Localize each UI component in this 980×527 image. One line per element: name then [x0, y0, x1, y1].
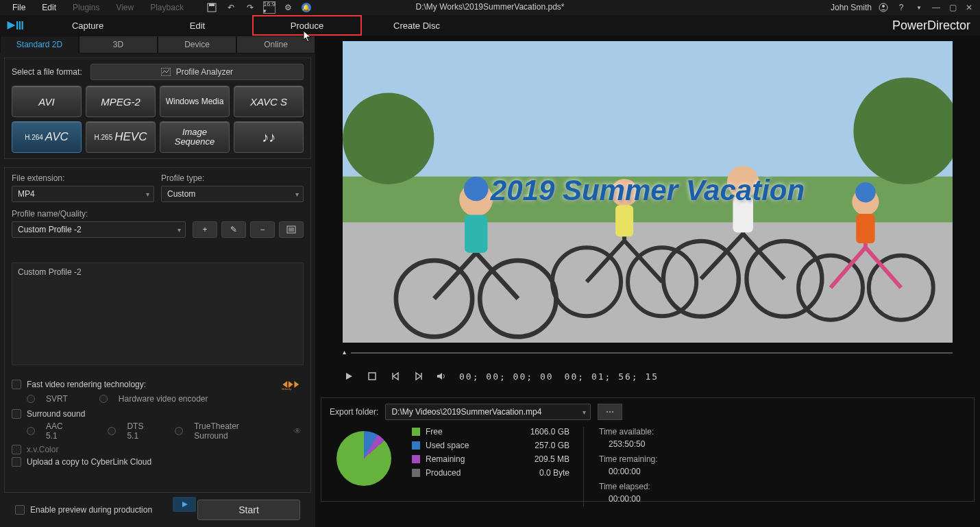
svg-marker-40	[393, 373, 398, 380]
fast-render-checkbox[interactable]	[12, 380, 21, 389]
playhead-icon[interactable]: ▴	[343, 348, 346, 356]
svg-point-37	[855, 182, 875, 202]
svg-text:Velocity: Velocity	[282, 387, 293, 391]
svrt-radio[interactable]	[27, 395, 35, 403]
svg-point-3	[882, 5, 885, 8]
save-icon[interactable]	[206, 1, 218, 14]
svg-rect-1	[209, 3, 215, 6]
playback-controls: 00; 00; 00; 00 00; 01; 56; 15	[343, 367, 953, 385]
tab-capture[interactable]: Capture	[33, 15, 143, 36]
tab-produce[interactable]: Produce	[252, 15, 362, 36]
time-stats: Time available:253:50:50 Time remaining:…	[583, 427, 658, 506]
export-path-field[interactable]: D:\My Videos\2019SummerVacation.mp4	[385, 404, 591, 420]
svg-marker-42	[416, 373, 421, 380]
module-tabs: Capture Edit Produce Create Disc PowerDi…	[0, 15, 980, 36]
format-mpeg2[interactable]: MPEG-2	[86, 86, 156, 117]
tab-create-disc[interactable]: Create Disc	[362, 15, 471, 36]
dropdown-icon[interactable]: ▼	[913, 1, 925, 14]
svg-marker-4	[8, 21, 16, 29]
truetheater-radio[interactable]	[175, 427, 183, 435]
svg-marker-44	[437, 373, 442, 380]
profile-name-select[interactable]: Custom Profile -2	[12, 221, 186, 238]
svg-rect-36	[856, 214, 874, 243]
format-h265[interactable]: H.265HEVC	[86, 121, 156, 153]
swatch-free	[412, 428, 420, 436]
format-xavcs[interactable]: XAVC S	[234, 86, 304, 117]
help-icon[interactable]: ?	[895, 1, 907, 14]
timecode-current: 00; 00; 00; 00	[459, 371, 554, 382]
gear-icon[interactable]: ⚙	[282, 1, 295, 14]
subtab-device[interactable]: Device	[158, 36, 236, 53]
minimize-icon[interactable]: —	[931, 3, 942, 12]
volume-icon[interactable]	[436, 370, 448, 382]
svg-rect-23	[465, 215, 487, 253]
menu-file[interactable]: File	[5, 1, 32, 14]
format-wmv[interactable]: Windows Media	[160, 86, 230, 117]
play-icon[interactable]	[343, 370, 355, 382]
svg-marker-38	[346, 373, 352, 380]
swatch-used	[412, 441, 420, 450]
upload-cloud-checkbox[interactable]	[12, 457, 21, 467]
export-folder-label: Export folder:	[330, 407, 378, 417]
profile-details-button[interactable]	[279, 221, 304, 238]
document-path: D:\My Works\2019SummerVacation.pds*	[416, 2, 565, 12]
menu-plugins[interactable]: Plugins	[66, 1, 106, 14]
dts-radio[interactable]	[108, 427, 116, 435]
maximize-icon[interactable]: ▢	[947, 3, 958, 12]
profile-edit-button[interactable]: ✎	[221, 221, 246, 238]
profile-description: Custom Profile -2	[12, 262, 304, 365]
profile-analyzer-button[interactable]: Profile Analyzer	[90, 64, 304, 80]
user-name[interactable]: John Smith	[831, 3, 872, 12]
stop-icon[interactable]	[366, 370, 378, 382]
select-format-label: Select a file format:	[12, 67, 82, 77]
notification-icon[interactable]: 🔔	[302, 3, 311, 12]
enable-preview-label: Enable preview during production	[30, 505, 152, 515]
analyzer-icon	[161, 68, 171, 76]
profile-delete-button[interactable]: −	[250, 221, 275, 238]
close-icon[interactable]: ✕	[964, 3, 975, 12]
format-h264[interactable]: H.264AVC	[12, 121, 82, 153]
fast-render-label: Fast video rendering technology:	[27, 380, 146, 389]
svg-rect-5	[16, 21, 18, 29]
hw-encoder-radio[interactable]	[99, 395, 108, 403]
format-image-seq[interactable]: ImageSequence	[160, 121, 230, 153]
subtab-online[interactable]: Online	[236, 36, 315, 53]
profile-type-select[interactable]: Custom	[161, 186, 304, 202]
svg-marker-14	[182, 502, 188, 507]
format-avi[interactable]: AVI	[12, 86, 82, 117]
menu-view[interactable]: View	[109, 1, 140, 14]
preview-pane: 2019 Summer Vacation ▴ 00; 00; 00; 00 00…	[315, 36, 980, 527]
format-audio[interactable]: ♪♪	[234, 121, 304, 153]
file-ext-label: File extension:	[12, 173, 154, 183]
tab-edit[interactable]: Edit	[143, 15, 252, 36]
start-button[interactable]: Start	[197, 500, 300, 520]
disk-usage-pie	[336, 431, 391, 486]
next-frame-icon[interactable]	[413, 370, 425, 382]
brand-label: PowerDirector	[892, 15, 980, 36]
aspect-ratio-icon[interactable]: 16:9 ▾	[263, 1, 275, 14]
svg-rect-6	[19, 21, 21, 29]
timeline[interactable]: ▴	[343, 348, 953, 358]
undo-icon[interactable]: ↶	[225, 1, 237, 14]
svg-rect-28	[615, 205, 633, 236]
profile-add-button[interactable]: +	[193, 221, 217, 238]
redo-icon[interactable]: ↷	[244, 1, 256, 14]
file-ext-select[interactable]: MP4	[12, 186, 154, 202]
svg-rect-39	[369, 373, 376, 380]
browse-button[interactable]: ⋯	[598, 404, 622, 420]
subtab-3d[interactable]: 3D	[79, 36, 158, 53]
enable-preview-checkbox[interactable]	[15, 505, 25, 515]
svg-point-18	[343, 93, 434, 184]
user-icon[interactable]	[877, 1, 890, 14]
subtab-standard-2d[interactable]: Standard 2D	[0, 36, 79, 53]
aac-radio[interactable]	[27, 427, 35, 435]
surround-checkbox[interactable]	[12, 409, 21, 419]
export-panel: Export folder: D:\My Videos\2019SummerVa…	[321, 397, 975, 502]
menu-playback[interactable]: Playback	[143, 1, 191, 14]
menu-edit[interactable]: Edit	[35, 1, 63, 14]
prev-frame-icon[interactable]	[389, 370, 402, 382]
svg-rect-7	[22, 21, 23, 29]
disk-legend: Free1606.0 GB Used space257.0 GB Remaini…	[412, 427, 569, 506]
surround-preview-icon[interactable]: 👁	[291, 425, 304, 437]
xvcolor-checkbox[interactable]	[12, 445, 21, 454]
